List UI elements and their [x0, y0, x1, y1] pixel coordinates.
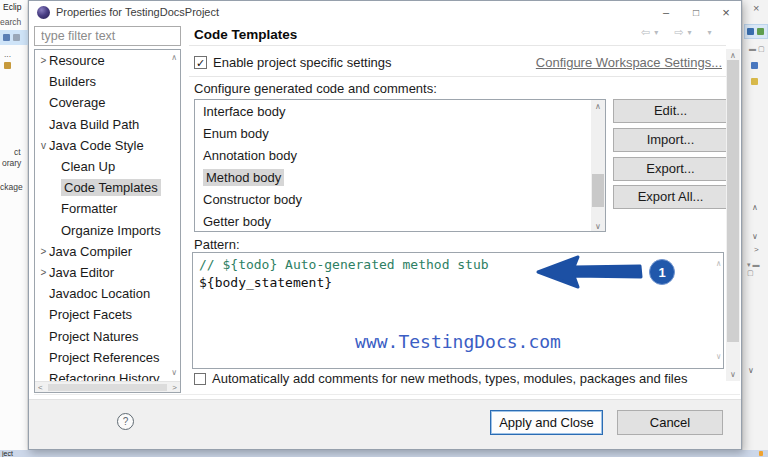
list-label: Configure generated code and comments:: [194, 81, 437, 96]
background-left-panel: Eclip earch ... ct orary ckage: [0, 0, 28, 450]
tree-item-java-code-style[interactable]: v Java Code Style: [35, 135, 180, 156]
pattern-line-comment: // ${todo} Auto-generated method stub: [199, 256, 717, 274]
divider: [189, 76, 726, 77]
maximize-button[interactable]: □: [681, 1, 711, 23]
scrollbar-thumb[interactable]: [592, 174, 604, 207]
tree-item-javadoc-location[interactable]: Javadoc Location: [35, 283, 180, 304]
tree-item-java-compiler[interactable]: > Java Compiler: [35, 241, 180, 262]
chevron-right-icon: >: [38, 267, 49, 278]
tree-item-coverage[interactable]: Coverage: [35, 92, 180, 113]
filter-input[interactable]: [34, 26, 181, 46]
background-tree-fragment: orary: [2, 158, 21, 168]
scroll-up-icon[interactable]: ∧: [752, 203, 758, 212]
tree-horizontal-scrollbar[interactable]: < >: [35, 381, 180, 392]
minimize-restore-icons: ▬ ▢: [749, 45, 765, 53]
chevron-down-icon: v: [38, 140, 49, 151]
background-ellipsis: ...: [4, 49, 11, 59]
background-tool-icon: [751, 78, 758, 85]
help-button[interactable]: ?: [117, 413, 134, 430]
export-button[interactable]: Export...: [613, 157, 728, 181]
statusbar-text-fragment: ject: [2, 450, 13, 457]
watermark-text: www.TestingDocs.com: [193, 333, 723, 351]
background-statusbar: ject: [0, 450, 768, 457]
list-item[interactable]: Getter body: [195, 210, 605, 232]
scroll-down-icon[interactable]: ∨: [748, 366, 754, 375]
tree-item-formatter[interactable]: Formatter: [35, 198, 180, 219]
scroll-down-icon[interactable]: ∨: [171, 368, 177, 377]
selected-tree-item: Code Templates: [61, 179, 161, 196]
enable-project-settings-checkbox[interactable]: ✓: [194, 56, 207, 69]
pattern-editor[interactable]: // ${todo} Auto-generated method stub ${…: [192, 252, 724, 369]
cancel-button[interactable]: Cancel: [617, 410, 723, 435]
dialog-scrollbar[interactable]: ∧ ∨: [726, 49, 740, 381]
scroll-up-icon[interactable]: ∧: [726, 51, 740, 60]
tree-item-organize-imports[interactable]: Organize Imports: [35, 220, 180, 241]
pattern-label: Pattern:: [194, 237, 240, 252]
dialog-titlebar[interactable]: Properties for TestingDocsProject – □ ×: [29, 1, 741, 23]
tree-item-clean-up[interactable]: Clean Up: [35, 156, 180, 177]
background-tool-icon: [751, 62, 758, 69]
back-icon[interactable]: ⇦: [641, 26, 650, 39]
chevron-down-icon[interactable]: ▾: [687, 28, 691, 37]
scroll-left-icon[interactable]: <: [38, 383, 43, 392]
background-title-fragment: Eclip: [3, 2, 21, 12]
dialog-title: Properties for TestingDocsProject: [56, 6, 219, 18]
background-toolbar-highlight: [744, 24, 768, 39]
scroll-up-icon[interactable]: ∧: [171, 53, 177, 62]
scroll-right-icon[interactable]: >: [754, 245, 759, 254]
scroll-right-icon[interactable]: >: [172, 383, 177, 392]
statusbar-indicator-dot: [759, 451, 763, 456]
scroll-down-icon[interactable]: ∨: [752, 232, 758, 241]
panel-controls-icons: ▾ ▬ ▢: [747, 261, 768, 277]
background-tree-fragment: ckage: [0, 182, 23, 192]
background-file-icon: [13, 34, 20, 41]
scrollbar-thumb[interactable]: [727, 60, 739, 342]
export-all-button[interactable]: Export All...: [613, 185, 728, 209]
scroll-up-icon[interactable]: ∧: [716, 255, 721, 273]
close-button[interactable]: ×: [711, 1, 741, 23]
minimize-button[interactable]: –: [651, 1, 681, 23]
close-icon[interactable]: ×: [753, 2, 759, 14]
forward-icon[interactable]: ⇨: [674, 26, 683, 39]
divider: [189, 45, 726, 46]
import-button[interactable]: Import...: [613, 128, 728, 152]
tree-item-builders[interactable]: Builders: [35, 71, 180, 92]
background-tree-fragment: ct: [14, 147, 21, 157]
scroll-down-icon[interactable]: ∨: [716, 348, 721, 366]
tree-item-project-natures[interactable]: Project Natures: [35, 325, 180, 346]
scroll-down-icon[interactable]: ∨: [591, 222, 605, 231]
chevron-down-icon[interactable]: ▾: [707, 28, 711, 37]
tree-item-java-editor[interactable]: > Java Editor: [35, 262, 180, 283]
tree-item-resource[interactable]: > Resource: [35, 50, 180, 71]
dialog-footer: ? Apply and Close Cancel: [29, 399, 741, 449]
properties-dialog: Properties for TestingDocsProject – □ × …: [28, 0, 742, 450]
tree-item-java-build-path[interactable]: Java Build Path: [35, 114, 180, 135]
list-item[interactable]: Constructor body: [195, 188, 605, 210]
chevron-down-icon[interactable]: ▾: [654, 28, 658, 37]
list-item-selected[interactable]: Method body: [195, 166, 605, 188]
list-scrollbar[interactable]: ∧ ∨: [591, 100, 605, 232]
tree-item-project-references[interactable]: Project References: [35, 347, 180, 368]
page-title: Code Templates: [194, 27, 297, 42]
gear-icon: [757, 28, 764, 35]
tree-item-code-templates[interactable]: Code Templates: [35, 177, 180, 198]
scroll-down-icon[interactable]: ∨: [726, 370, 740, 379]
auto-comments-checkbox[interactable]: [194, 373, 206, 385]
list-item[interactable]: Interface body: [195, 100, 605, 122]
code-templates-list: Interface body Enum body Annotation body…: [194, 99, 606, 232]
apply-and-close-button[interactable]: Apply and Close: [490, 410, 603, 435]
background-tab-fragment: earch: [0, 17, 21, 27]
pydev-icon: [747, 28, 754, 35]
list-item[interactable]: Annotation body: [195, 144, 605, 166]
scrollbar-thumb[interactable]: [48, 384, 167, 391]
background-right-panel: × ▬ ▢ ∧ ∨ > ▾ ▬ ▢ ∨: [742, 0, 768, 450]
edit-button[interactable]: Edit...: [613, 99, 728, 123]
list-item[interactable]: Enum body: [195, 122, 605, 144]
eclipse-logo-icon: [37, 6, 50, 19]
pattern-line-code: ${body_statement}: [199, 274, 717, 292]
scroll-up-icon[interactable]: ∧: [591, 102, 605, 111]
chevron-right-icon: >: [38, 55, 49, 66]
configure-workspace-settings-link[interactable]: Configure Workspace Settings...: [536, 55, 722, 70]
tree-item-project-facets[interactable]: Project Facets: [35, 304, 180, 325]
window-controls: – □ ×: [651, 1, 741, 23]
